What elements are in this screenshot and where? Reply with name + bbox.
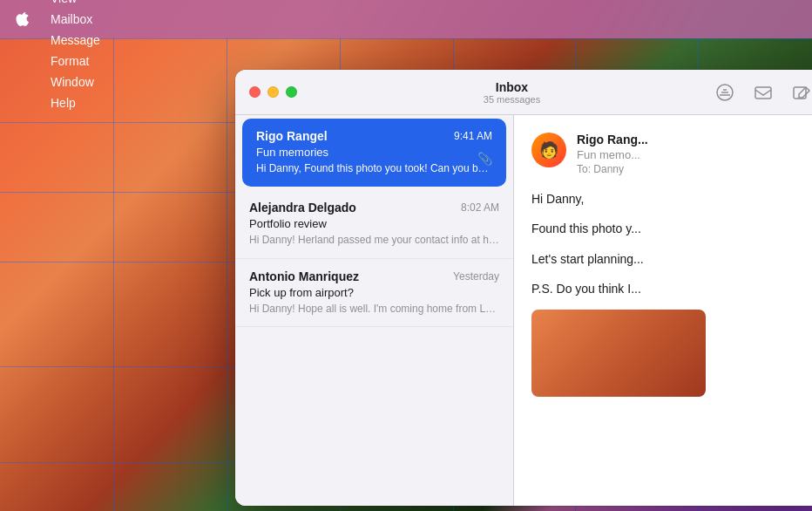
message-list[interactable]: Rigo Rangel 9:41 AM Fun memories Hi Dann… — [235, 115, 514, 506]
message-preview: Hi Danny! Hope all is well. I'm coming h… — [249, 302, 499, 317]
mailbox-button[interactable] — [751, 80, 775, 105]
window-title-text: Inbox — [311, 80, 713, 94]
message-header: Rigo Rangel 9:41 AM — [256, 129, 492, 143]
traffic-lights — [249, 86, 297, 98]
mail-window: Inbox 35 messages — [235, 70, 812, 506]
message-detail: 🧑 Rigo Rang... Fun memo... To: Danny Hi … — [514, 115, 812, 506]
message-subject: Pick up from airport? — [249, 286, 499, 299]
maximize-button[interactable] — [286, 86, 297, 98]
menu-item-view[interactable]: View — [42, 0, 109, 9]
svg-rect-4 — [755, 87, 771, 99]
apple-menu-button[interactable] — [10, 7, 35, 31]
body-paragraph: Hi Danny, — [531, 189, 810, 208]
message-item-msg-2[interactable]: Alejandra Delgado 8:02 AM Portfolio revi… — [235, 190, 513, 259]
message-header: Alejandra Delgado 8:02 AM — [249, 201, 499, 215]
title-actions — [713, 80, 812, 105]
detail-header: 🧑 Rigo Rang... Fun memo... To: Danny — [531, 133, 810, 175]
to-label: To: — [577, 163, 591, 175]
detail-image — [531, 310, 706, 397]
message-sender: Antonio Manriquez — [249, 269, 359, 283]
message-subject: Portfolio review — [249, 217, 499, 230]
detail-body: Hi Danny,Found this photo y...Let's star… — [531, 189, 810, 299]
menu-item-format[interactable]: Format — [42, 51, 109, 72]
detail-sender-info: Rigo Rang... Fun memo... To: Danny — [577, 133, 810, 175]
body-paragraph: P.S. Do you think I... — [531, 279, 810, 298]
message-item-msg-1[interactable]: Rigo Rangel 9:41 AM Fun memories Hi Dann… — [242, 119, 506, 187]
menubar-items: MailFileEditViewMailboxMessageFormatWind… — [42, 0, 109, 113]
menu-item-window[interactable]: Window — [42, 72, 109, 92]
compose-button[interactable] — [789, 80, 812, 105]
body-paragraph: Found this photo y... — [531, 219, 810, 238]
sender-avatar: 🧑 — [531, 133, 566, 167]
message-time: Yesterday — [453, 270, 499, 283]
menu-item-mailbox[interactable]: Mailbox — [42, 9, 109, 30]
window-subtitle: 35 messages — [311, 94, 713, 105]
detail-sender-name: Rigo Rang... — [577, 133, 810, 146]
close-button[interactable] — [249, 86, 261, 98]
message-subject: Fun memories — [256, 146, 492, 159]
title-bar: Inbox 35 messages — [235, 70, 812, 115]
window-body: Rigo Rangel 9:41 AM Fun memories Hi Dann… — [235, 115, 812, 506]
body-paragraph: Let's start planning... — [531, 249, 810, 269]
message-time: 9:41 AM — [454, 130, 492, 142]
minimize-button[interactable] — [267, 86, 279, 98]
detail-subject: Fun memo... — [577, 148, 810, 161]
menu-item-help[interactable]: Help — [42, 92, 109, 113]
message-item-msg-3[interactable]: Antonio Manriquez Yesterday Pick up from… — [235, 259, 513, 328]
menubar: MailFileEditViewMailboxMessageFormatWind… — [0, 0, 812, 38]
attachment-icon: 📎 — [477, 152, 492, 166]
message-sender: Alejandra Delgado — [249, 201, 356, 215]
message-preview: Hi Danny! Herland passed me your contact… — [249, 233, 499, 248]
message-time: 8:02 AM — [461, 201, 499, 214]
filter-button[interactable] — [713, 80, 737, 105]
detail-to: To: Danny — [577, 163, 810, 175]
message-preview: Hi Danny, Found this photo you took! Can… — [256, 161, 492, 176]
window-title-area: Inbox 35 messages — [311, 80, 713, 105]
to-value: Danny — [593, 163, 624, 175]
message-sender: Rigo Rangel — [256, 129, 328, 143]
message-header: Antonio Manriquez Yesterday — [249, 269, 499, 283]
menu-item-message[interactable]: Message — [42, 30, 109, 51]
